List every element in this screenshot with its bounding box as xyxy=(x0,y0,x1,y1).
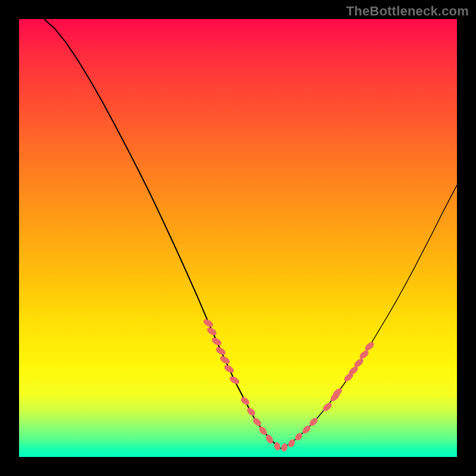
watermark-text: TheBottleneck.com xyxy=(346,4,469,19)
marker-8 xyxy=(246,406,257,417)
curve-left-branch xyxy=(44,19,281,449)
marker-3 xyxy=(215,346,227,356)
marker-4 xyxy=(219,355,231,365)
marker-11 xyxy=(265,434,275,445)
marker-2 xyxy=(211,336,223,347)
marker-9 xyxy=(252,416,262,427)
marker-25 xyxy=(364,340,375,352)
curve-right-branch xyxy=(281,185,457,449)
marker-1 xyxy=(206,326,218,337)
plot-area xyxy=(19,19,457,457)
marker-7 xyxy=(240,396,251,406)
marker-6 xyxy=(228,375,241,386)
chart-frame: TheBottleneck.com xyxy=(0,0,476,476)
chart-svg xyxy=(19,19,457,457)
marker-5 xyxy=(223,364,236,374)
marker-24 xyxy=(358,349,370,360)
marker-13 xyxy=(281,443,288,452)
marker-0 xyxy=(202,318,215,328)
